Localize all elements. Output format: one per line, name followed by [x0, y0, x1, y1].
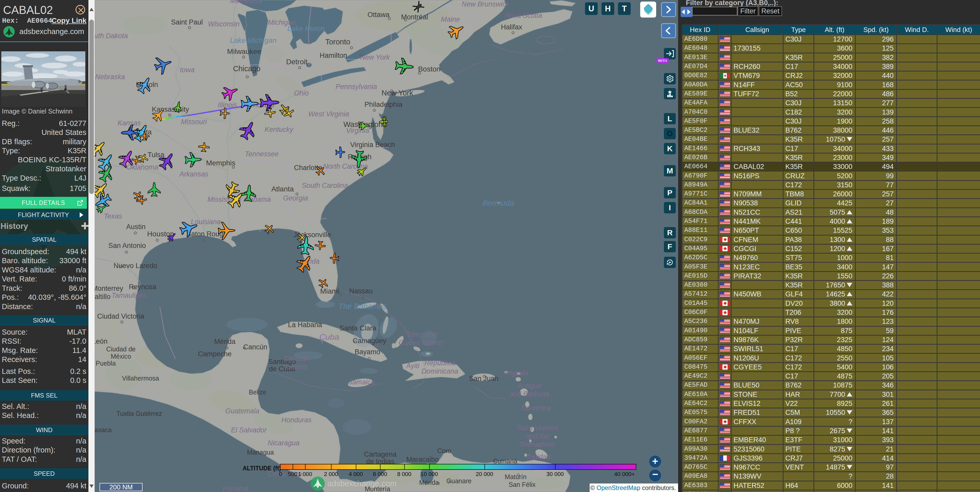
svg-text:Memphis: Memphis [206, 159, 235, 167]
svg-text:Nebraska: Nebraska [95, 73, 125, 81]
svg-text:Saint Vincent: Saint Vincent [517, 424, 558, 432]
svg-text:Tennessee: Tennessee [245, 150, 278, 158]
svg-text:and the: and the [526, 432, 549, 440]
svg-text:Camagüey: Camagüey [353, 337, 387, 345]
svg-text:Lake Michigan: Lake Michigan [230, 37, 277, 45]
svg-text:Anguilla: Anguilla [503, 369, 528, 377]
svg-text:Caicos Islands: Caicos Islands [399, 339, 444, 347]
svg-text:and Barbuda: and Barbuda [510, 390, 550, 398]
svg-text:West Virginia: West Virginia [309, 110, 349, 118]
svg-text:Oaxaca: Oaxaca [95, 426, 111, 433]
svg-text:Coro: Coro [437, 447, 451, 454]
svg-text:Tulsa: Tulsa [148, 151, 164, 159]
svg-text:Lake Huron: Lake Huron [288, 24, 325, 32]
svg-text:Cartagena: Cartagena [364, 450, 397, 458]
svg-text:Nassau: Nassau [349, 287, 373, 295]
svg-text:Virginia Beach: Virginia Beach [350, 141, 395, 149]
svg-text:South Carolina: South Carolina [302, 182, 348, 189]
svg-text:Ohio: Ohio [294, 89, 309, 97]
svg-text:Trinidad: Trinidad [526, 453, 551, 461]
svg-text:The Bahamas: The Bahamas [339, 302, 387, 310]
svg-text:Atlanta: Atlanta [271, 185, 294, 193]
svg-text:Guanare: Guanare [446, 477, 471, 484]
svg-text:Islands: Islands [285, 363, 308, 371]
svg-text:Turks and: Turks and [406, 331, 437, 339]
svg-text:Ayiti: Ayiti [406, 362, 420, 370]
svg-text:Ottawa: Ottawa [368, 11, 390, 19]
svg-text:Missouri: Missouri [181, 118, 207, 126]
svg-text:Kansas City: Kansas City [152, 105, 189, 113]
svg-text:Minnesota: Minnesota [230, 0, 262, 5]
svg-text:Chicago: Chicago [233, 64, 260, 73]
svg-text:Ciudad Victoria: Ciudad Victoria [97, 312, 145, 320]
svg-text:León: León [95, 337, 108, 345]
svg-text:San Juan: San Juan [469, 375, 498, 382]
svg-text:Bayamo: Bayamo [355, 348, 380, 356]
svg-text:Bermuda: Bermuda [483, 199, 514, 207]
svg-text:Austin: Austin [126, 223, 145, 231]
svg-text:Tamaulipas: Tamaulipas [111, 292, 147, 299]
svg-text:Kentucky: Kentucky [264, 126, 294, 133]
svg-text:Antigua: Antigua [517, 382, 541, 390]
svg-text:North Carolina: North Carolina [323, 163, 368, 170]
svg-text:Cuba: Cuba [320, 332, 339, 342]
svg-text:Tuxtla Gutiérrez: Tuxtla Gutiérrez [116, 410, 162, 417]
svg-text:Maracaibo: Maracaibo [406, 455, 439, 463]
svg-text:Monterrey: Monterrey [95, 284, 123, 292]
svg-text:Halifax: Halifax [501, 23, 522, 31]
svg-text:República: República [425, 359, 455, 367]
svg-text:Cumaná: Cumaná [493, 457, 517, 465]
svg-text:San Antonio: San Antonio [108, 242, 146, 249]
svg-text:México: México [111, 353, 131, 360]
svg-text:Dominica: Dominica [522, 404, 551, 412]
svg-text:Toronto: Toronto [325, 38, 350, 46]
svg-text:Detroit: Detroit [286, 58, 308, 66]
svg-text:El Salvador: El Salvador [231, 426, 267, 434]
svg-text:Miami: Miami [320, 287, 340, 295]
svg-text:Honduras: Honduras [281, 416, 312, 424]
svg-text:Saint Paul: Saint Paul [171, 18, 203, 26]
svg-text:New York: New York [360, 53, 390, 61]
svg-text:Villahermosa: Villahermosa [122, 375, 159, 382]
svg-text:Nova Scotia: Nova Scotia [504, 11, 542, 19]
svg-text:Cancún: Cancún [243, 343, 267, 351]
svg-text:Puebla: Puebla [95, 359, 116, 367]
svg-text:Maine: Maine [441, 16, 460, 23]
svg-text:Ciudad de: Ciudad de [106, 345, 135, 353]
svg-text:Wisconsin: Wisconsin [208, 20, 240, 28]
svg-text:Boston: Boston [418, 65, 441, 73]
svg-text:Arkansas: Arkansas [179, 170, 208, 178]
svg-text:Hamilton: Hamilton [320, 52, 347, 59]
svg-text:Pennsylvania: Pennsylvania [336, 83, 377, 91]
svg-text:New York: New York [382, 89, 413, 97]
svg-text:Georgia: Georgia [283, 194, 308, 202]
svg-text:Maturín: Maturín [505, 473, 527, 481]
svg-text:Virginia: Virginia [346, 127, 369, 134]
svg-text:San Félix: San Félix [509, 481, 536, 488]
svg-text:Grenadines: Grenadines [519, 441, 555, 449]
svg-text:South Dakota: South Dakota [95, 32, 128, 40]
svg-text:Belize: Belize [249, 388, 266, 396]
svg-text:Cayman: Cayman [283, 355, 310, 363]
svg-text:Iowa: Iowa [180, 66, 194, 74]
svg-text:Managua: Managua [247, 449, 274, 456]
svg-text:Saltillo: Saltillo [95, 293, 111, 300]
svg-text:Dominicana: Dominicana [422, 367, 458, 375]
svg-text:Mérida: Mérida [214, 338, 236, 345]
svg-text:Panamá: Panamá [223, 485, 248, 492]
svg-text:New Brunswick: New Brunswick [462, 0, 510, 8]
svg-text:Philadelphia: Philadelphia [364, 101, 402, 109]
svg-text:Nicaragua: Nicaragua [267, 439, 299, 447]
svg-text:Milwaukee: Milwaukee [227, 48, 261, 56]
svg-text:Guatemala: Guatemala [225, 407, 259, 415]
svg-text:Jamaica: Jamaica [348, 378, 375, 386]
svg-text:Texas: Texas [103, 212, 122, 220]
svg-text:Montréal: Montréal [401, 13, 428, 21]
svg-text:Kansas: Kansas [118, 119, 141, 127]
svg-text:Santa Clara: Santa Clara [340, 324, 377, 332]
